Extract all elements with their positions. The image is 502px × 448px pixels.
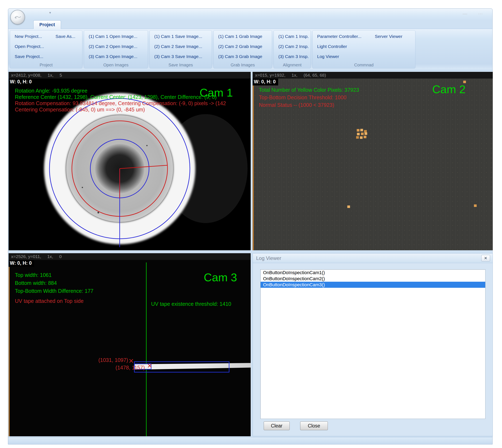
cam3-uv-tape-side-text: UV tape attached on Top side [15,298,84,304]
cam2-save-image-button[interactable]: (2) Cam 2 Save Image... [152,42,204,51]
orb-logo-icon [14,15,22,19]
ribbon-group-label-alignment: Alignment [274,63,311,68]
wafer-speck [146,145,148,146]
cam3-grab-image-button[interactable]: (3) Cam 3 Grab Image [216,52,264,61]
log-list[interactable]: OnButtonDoInspectionCam1() OnButtonDoIns… [260,269,485,419]
screenshot-page: ▾ — ⋯ Project New Project... Save As... [0,0,502,448]
cam2-image-view[interactable]: W: 0, H: 0 Cam 2 Total Number of Yellow … [252,79,493,250]
ribbon-group-label-save-images: Save Images [150,63,212,68]
cam1-centering-compensation-text: Centering Compensation: (-845, 0) um ==>… [15,107,145,113]
parameter-controller-button[interactable]: Parameter Controller... [315,32,364,41]
application-menu-orb[interactable] [10,10,25,25]
cam1-image-view[interactable]: W: 0, H: 0 Cam 1 Rotation Angle: -93.935… [9,79,251,250]
cam2-inspect-button[interactable]: (2) Cam 2 Insp. [276,42,311,51]
window-statusbar [8,437,492,444]
log-list-item[interactable]: OnButtonDoInspectionCam2() [261,276,485,282]
cam2-grab-image-button[interactable]: (2) Cam 2 Grab Image [216,42,264,51]
cam1-rotation-compensation-text: Rotation Compensation: 93.934814 degree,… [15,100,226,106]
yellow-pixel [364,136,366,138]
cam3-open-image-button[interactable]: (3) Cam 3 Open Image... [86,52,139,61]
cam2-open-image-button[interactable]: (2) Cam 2 Open Image... [86,42,139,51]
cam2-threshold-text: Top-Bottom Decision Threshold: 1000 [259,95,347,100]
ribbon-row: (3) Cam 3 Open Image... [84,51,148,62]
yellow-pixel [361,133,364,135]
cam3-tape-graphics [9,260,251,436]
cam1-inspect-button[interactable]: (1) Cam 1 Insp. [276,32,311,41]
log-viewer-close-icon[interactable]: ✕ [481,255,490,261]
cam1-grab-image-button[interactable]: (1) Cam 1 Grab Image [216,32,264,41]
ribbon-group-save-images: (1) Cam 1 Save Image... (2) Cam 2 Save I… [150,30,212,68]
workspace: x=2412, y=008, 1x, 5 [8,71,493,437]
cam2-cursor-status: x=015, y=1932, 1x, (64, 65, 68) [252,72,493,79]
ribbon-group-open-images: (1) Cam 1 Open Image... (2) Cam 2 Open I… [84,30,148,68]
ribbon-row: (1) Cam 1 Save Image... [150,32,212,41]
ribbon-row: Save Project... [10,51,82,62]
cam3-inspect-button[interactable]: (3) Cam 3 Insp. [276,52,311,61]
cam1-panel: x=2412, y=008, 1x, 5 [9,72,251,250]
light-controller-button[interactable]: Light Controller [315,42,349,51]
cam3-cursor-status: x=2526, y=011, 1x, 0 [9,253,251,260]
new-project-button[interactable]: New Project... [13,32,44,41]
cam3-point1-label: (1031, 1097) [76,357,128,363]
ribbon-row: Parameter Controller... Server Viewer [313,32,415,41]
save-project-button[interactable]: Save Project... [13,52,46,61]
cam2-size-badge: W: 0, H: 0 [252,79,278,85]
cam3-size-badge: W: 0, H: 0 [9,260,34,267]
cam1-save-image-button[interactable]: (1) Cam 1 Save Image... [152,32,204,41]
cam3-image-view[interactable]: W: 0, H: 0 Cam 3 Top width: 1061 Bottom … [9,260,251,436]
yellow-pixel [357,129,359,131]
cam1-rotation-angle-text: Rotation Angle: -93.935 degree [15,88,87,94]
minimize-icon[interactable]: — [463,11,467,16]
cam1-title: Cam 1 [200,86,233,99]
ribbon-row: Open Project... [10,41,82,51]
tab-project[interactable]: Project [33,20,61,29]
ribbon-group-grab-images-rows: (1) Cam 1 Grab Image (2) Cam 2 Grab Imag… [214,31,272,63]
cam3-left-edge-strip [9,260,10,436]
log-viewer-button[interactable]: Log Viewer [315,52,341,61]
log-viewer-title: Log Viewer [256,255,281,261]
ribbon: New Project... Save As... Open Project..… [8,29,492,70]
quick-access-caret-icon[interactable]: ▾ [49,11,51,15]
cam2-panel: x=015, y=1932, 1x, (64, 65, 68) W: 0, H:… [252,72,493,250]
cam1-reference-center-text: Reference Center (1432, 1298), Current C… [15,94,217,100]
ribbon-row: (1) Cam 1 Open Image... [84,32,148,41]
ribbon-row: (2) Cam 2 Insp. [274,41,311,51]
ribbon-row: (1) Cam 1 Grab Image [214,32,272,41]
yellow-pixel [357,133,360,135]
ribbon-group-project-rows: New Project... Save As... Open Project..… [10,31,82,63]
cam3-save-image-button[interactable]: (3) Cam 3 Save Image... [152,52,204,61]
ribbon-group-grab-images: (1) Cam 1 Grab Image (2) Cam 2 Grab Imag… [213,30,272,68]
cam2-left-edge-strip [252,79,254,250]
ribbon-group-command: Parameter Controller... Server Viewer Li… [312,30,416,68]
more-options-icon[interactable]: ⋯ [478,11,483,16]
ribbon-row: Log Viewer [313,51,415,62]
ribbon-row: (3) Cam 3 Save Image... [150,51,212,62]
wafer-speck [82,187,83,188]
log-viewer-panel: Log Viewer ✕ OnButtonDoInspectionCam1() … [252,253,493,436]
window-titlebar: ▾ — ⋯ [8,9,492,20]
clear-button[interactable]: Clear [264,421,290,430]
ribbon-group-label-project: Project [10,63,82,68]
cam3-bottom-width-text: Bottom width: 884 [15,280,57,286]
cam1-cursor-status: x=2412, y=008, 1x, 5 [9,72,251,79]
cam1-size-badge: W: 0, H: 0 [9,79,34,85]
cam2-yellow-pixels-text: Total Number of Yellow Color Pixels: 379… [259,87,359,93]
ribbon-row: (1) Cam 1 Insp. [274,32,311,41]
ribbon-group-project: New Project... Save As... Open Project..… [10,30,82,68]
cam1-open-image-button[interactable]: (1) Cam 1 Open Image... [86,32,139,41]
yellow-pixel [365,132,367,135]
save-as-button[interactable]: Save As... [53,32,78,41]
cam3-panel: x=2526, y=011, 1x, 0 [9,253,251,436]
close-button[interactable]: Close [300,421,328,430]
open-project-button[interactable]: Open Project... [13,42,46,51]
log-list-item[interactable]: OnButtonDoInspectionCam1() [261,270,485,276]
server-viewer-button[interactable]: Server Viewer [373,32,404,41]
window-controls: — ⋯ [463,11,483,16]
yellow-pixel [360,136,363,139]
log-list-item-selected[interactable]: OnButtonDoInspectionCam3() [261,282,485,288]
yellow-pixel [347,206,350,208]
yellow-pixel [356,136,359,139]
wafer-speck [98,212,99,213]
ribbon-row: (2) Cam 2 Grab Image [214,41,272,51]
ribbon-group-command-rows: Parameter Controller... Server Viewer Li… [313,31,415,63]
